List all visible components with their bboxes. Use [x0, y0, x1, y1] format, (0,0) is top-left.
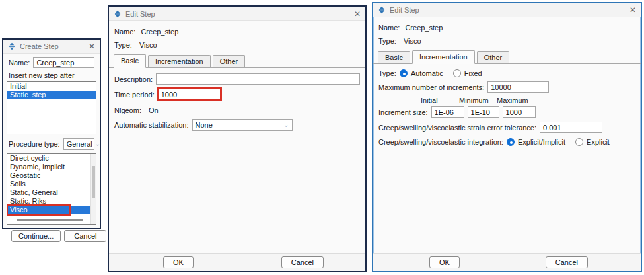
- cancel-button[interactable]: Cancel: [281, 256, 324, 268]
- name-label: Name:: [378, 24, 400, 32]
- close-icon[interactable]: ✕: [629, 6, 636, 14]
- tab-other[interactable]: Other: [477, 51, 510, 63]
- type-row: Type: Visco: [109, 41, 365, 49]
- list-item[interactable]: Soils: [7, 180, 96, 188]
- radio-fixed[interactable]: [453, 69, 461, 77]
- procedure-type-select[interactable]: General ⌄: [63, 138, 94, 150]
- stabilization-row: Automatic stabilization: None ⌄: [109, 119, 365, 131]
- time-period-label: Time period:: [114, 91, 155, 98]
- abaqus-logo-icon: [378, 6, 386, 14]
- col-minimum-header: Minimum: [459, 97, 493, 104]
- insert-after-label: Insert new step after: [9, 71, 75, 79]
- radio-explicit-implicit[interactable]: [507, 138, 515, 146]
- radio-automatic-label: Automatic: [411, 69, 443, 77]
- type-value: Visco: [139, 41, 157, 49]
- type-label: Type:: [114, 41, 132, 49]
- description-row: Description:: [109, 73, 365, 85]
- list-item[interactable]: Direct cyclic: [7, 154, 96, 163]
- integration-row: Creep/swelling/viscoelastic integration:…: [373, 138, 641, 146]
- edit-step-incrementation-dialog: Edit Step ✕ Name: Creep_step Type: Visco…: [372, 2, 642, 272]
- edit-step-footer: OK Cancel: [373, 253, 641, 271]
- increment-size-label: Increment size:: [378, 108, 428, 116]
- ok-button[interactable]: OK: [429, 256, 460, 268]
- name-value: Creep_step: [405, 24, 443, 32]
- radio-explicit-label: Explicit: [587, 138, 610, 146]
- time-period-input[interactable]: [158, 89, 221, 100]
- col-maximum-header: Maximum: [497, 97, 528, 104]
- step-list: Initial Static_step: [7, 81, 96, 134]
- increment-maximum-input[interactable]: [503, 106, 536, 118]
- abaqus-logo-icon: [114, 10, 122, 18]
- increment-size-row: Increment size:: [373, 106, 641, 118]
- procedure-type-row: Procedure type: General ⌄: [3, 138, 100, 150]
- edit-step-titlebar[interactable]: Edit Step ✕: [109, 7, 365, 21]
- increment-initial-input[interactable]: [431, 106, 464, 118]
- edit-step-tabs: Basic Incrementation Other: [109, 54, 365, 68]
- tolerance-label: Creep/swelling/viscoelastic strain error…: [378, 124, 536, 132]
- continue-button[interactable]: Continue...: [11, 230, 61, 242]
- radio-explicit-implicit-label: Explicit/Implicit: [518, 138, 565, 146]
- stabilization-label: Automatic stabilization:: [114, 121, 189, 129]
- ok-button[interactable]: OK: [163, 256, 194, 268]
- cancel-button[interactable]: Cancel: [64, 230, 106, 242]
- list-item[interactable]: Static, General: [7, 188, 96, 197]
- name-row: Name:: [3, 57, 100, 68]
- list-item[interactable]: Static_step: [7, 91, 96, 99]
- nlgeom-row: Nlgeom: On: [109, 106, 365, 114]
- name-row: Name: Creep_step: [373, 24, 641, 32]
- chevron-down-icon: ⌄: [283, 122, 289, 128]
- dialog-title: Edit Step: [390, 6, 419, 14]
- procedure-list: Direct cyclic Dynamic, Implicit Geostati…: [7, 153, 96, 225]
- abaqus-logo-icon: [8, 42, 16, 50]
- tolerance-input[interactable]: [540, 122, 602, 133]
- create-step-titlebar[interactable]: Create Step ✕: [3, 40, 100, 54]
- integration-label: Creep/swelling/viscoelastic integration:: [378, 138, 503, 146]
- tab-basic[interactable]: Basic: [378, 51, 410, 63]
- name-label: Name:: [114, 28, 135, 36]
- tab-basic[interactable]: Basic: [114, 54, 146, 68]
- list-item-visco[interactable]: Visco: [7, 206, 90, 214]
- type-row: Type: Visco: [373, 37, 641, 45]
- abaqus-workspace: Create Step ✕ Name: Insert new step afte…: [0, 0, 644, 275]
- stabilization-select[interactable]: None ⌄: [192, 119, 293, 131]
- increment-size-headers: Initial Minimum Maximum: [373, 97, 641, 104]
- procedure-type-label: Procedure type:: [9, 140, 60, 148]
- vertical-scrollbar[interactable]: [90, 154, 96, 224]
- list-item[interactable]: Initial: [7, 82, 96, 91]
- max-increments-input[interactable]: [487, 81, 549, 93]
- dialog-title: Create Step: [20, 42, 59, 50]
- edit-step-titlebar[interactable]: Edit Step ✕: [373, 3, 641, 17]
- nlgeom-label: Nlgeom:: [114, 106, 141, 114]
- radio-explicit[interactable]: [575, 138, 583, 146]
- tab-incrementation[interactable]: Incrementation: [412, 50, 475, 64]
- list-item[interactable]: Static, Riks: [7, 197, 96, 206]
- cancel-button[interactable]: Cancel: [546, 256, 588, 268]
- description-label: Description:: [114, 75, 153, 83]
- scrollbar-thumb[interactable]: [92, 166, 95, 198]
- time-period-row: Time period:: [109, 89, 365, 100]
- horizontal-scrollbar[interactable]: [17, 219, 83, 221]
- close-icon[interactable]: ✕: [89, 42, 95, 50]
- tolerance-row: Creep/swelling/viscoelastic strain error…: [373, 122, 641, 133]
- stabilization-value: None: [196, 121, 213, 129]
- list-item[interactable]: Dynamic, Implicit: [7, 163, 96, 171]
- increment-minimum-input[interactable]: [468, 106, 499, 118]
- tab-incrementation[interactable]: Incrementation: [148, 55, 211, 67]
- create-step-buttons: Continue... Cancel: [3, 230, 100, 242]
- list-item[interactable]: Geostatic: [7, 171, 96, 180]
- create-step-dialog: Create Step ✕ Name: Insert new step afte…: [2, 38, 101, 229]
- name-row: Name: Creep_step: [109, 28, 365, 36]
- name-value: Creep_step: [141, 28, 178, 36]
- radio-fixed-label: Fixed: [464, 69, 482, 77]
- increment-type-label: Type:: [378, 69, 396, 77]
- description-input[interactable]: [156, 73, 360, 85]
- close-icon[interactable]: ✕: [354, 10, 361, 18]
- type-label: Type:: [378, 37, 396, 45]
- procedure-type-value: General: [67, 140, 92, 148]
- max-increments-row: Maximum number of increments:: [373, 81, 641, 93]
- nlgeom-value: On: [149, 106, 159, 114]
- edit-step-footer: OK Cancel: [109, 253, 365, 271]
- step-name-input[interactable]: [33, 57, 94, 68]
- radio-automatic[interactable]: [400, 69, 408, 77]
- tab-other[interactable]: Other: [213, 55, 246, 67]
